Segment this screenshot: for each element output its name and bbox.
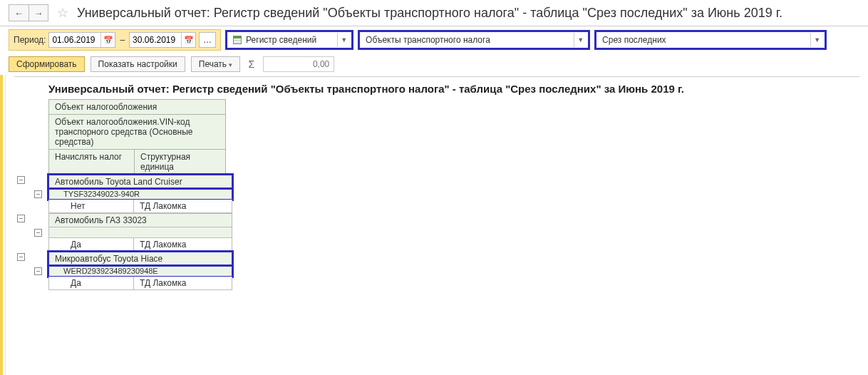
favorite-star-icon[interactable]: ☆ — [54, 5, 71, 21]
data-row: Нет ТД Лакомка — [48, 200, 232, 213]
data-row: Да ТД Лакомка — [48, 238, 232, 252]
nav-forward-button[interactable]: → — [29, 4, 48, 21]
chevron-down-icon[interactable]: ▼ — [337, 33, 350, 47]
collapse-toggle[interactable]: – — [17, 253, 25, 261]
table-slice-value: Срез последних — [602, 35, 666, 45]
group-row[interactable]: Автомобиль ГАЗ 33023 — [48, 213, 232, 227]
collapse-toggle[interactable]: – — [34, 190, 42, 198]
date-to-field[interactable]: 📅 — [129, 32, 196, 48]
nav-back-button[interactable]: ← — [9, 4, 29, 21]
header-object: Объект налогообложения — [49, 100, 226, 115]
generate-button[interactable]: Сформировать — [9, 56, 85, 72]
date-from-input[interactable] — [49, 35, 100, 45]
collapse-toggle[interactable]: – — [17, 176, 25, 184]
header-tax: Начислять налог — [49, 150, 135, 175]
unit-cell: ТД Лакомка — [134, 277, 232, 290]
register-name-value: Объекты транспортного налога — [366, 35, 490, 45]
chevron-down-icon[interactable]: ▼ — [810, 33, 823, 47]
period-picker-button[interactable]: … — [199, 32, 216, 48]
vin-row[interactable]: WERD293923489230948E — [48, 266, 232, 277]
vin-row[interactable] — [48, 227, 232, 238]
table-slice-combo[interactable]: Срез последних ▼ — [594, 30, 827, 50]
period-dash: – — [118, 35, 126, 45]
sum-value: 0,00 — [263, 56, 334, 72]
tax-cell: Нет — [48, 200, 134, 213]
header-unit: Структурная единица — [135, 150, 226, 175]
report-header-table: Объект налогообложения Объект налогообло… — [48, 99, 226, 175]
show-settings-button[interactable]: Показать настройки — [91, 56, 185, 72]
period-label: Период: — [14, 35, 46, 45]
group-row[interactable]: Микроавтобус Toyota Hiace — [48, 252, 232, 266]
collapse-toggle[interactable]: – — [34, 229, 42, 237]
collapse-toggle[interactable]: – — [34, 267, 42, 275]
tax-cell: Да — [48, 277, 134, 290]
report-title: Универсальный отчет: Регистр сведений "О… — [48, 77, 859, 99]
unit-cell: ТД Лакомка — [134, 238, 232, 252]
data-row: Да ТД Лакомка — [48, 277, 232, 290]
calendar-icon[interactable]: 📅 — [181, 33, 195, 47]
date-to-input[interactable] — [130, 35, 181, 45]
register-name-combo[interactable]: Объекты транспортного налога ▼ — [358, 30, 590, 50]
page-title: Универсальный отчет: Регистр сведений "О… — [77, 6, 782, 21]
period-pane: Период: 📅 – 📅 … — [9, 29, 221, 51]
unit-cell: ТД Лакомка — [134, 200, 232, 213]
report-tree: – Автомобиль Toyota Land Cruiser – TYSF3… — [48, 175, 859, 290]
collapse-toggle[interactable]: – — [17, 215, 25, 222]
header-vin: Объект налогообложения.VIN-код транспорн… — [49, 115, 226, 150]
date-from-field[interactable]: 📅 — [48, 32, 115, 48]
left-rail — [0, 75, 6, 375]
table-icon — [233, 36, 242, 44]
tax-cell: Да — [48, 238, 134, 252]
calendar-icon[interactable]: 📅 — [100, 33, 115, 47]
chevron-down-icon[interactable]: ▼ — [574, 33, 587, 47]
registry-type-value: Регистр сведений — [246, 35, 316, 45]
group-row[interactable]: Автомобиль Toyota Land Cruiser — [48, 175, 232, 189]
sigma-icon: Σ — [246, 58, 258, 70]
registry-type-combo[interactable]: Регистр сведений ▼ — [225, 30, 353, 50]
vin-row[interactable]: TYSF32349023-940R — [48, 189, 232, 200]
print-button[interactable]: Печать — [191, 56, 240, 72]
